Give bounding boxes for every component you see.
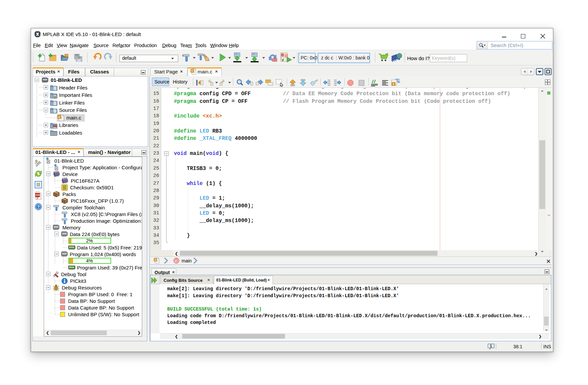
svg-text:C: C (393, 82, 395, 86)
svg-text:h: h (397, 80, 399, 82)
svg-text:3: 3 (282, 58, 284, 62)
svg-text:C: C (58, 115, 61, 119)
svg-text:1: 1 (490, 344, 492, 348)
svg-text:C: C (155, 258, 157, 261)
svg-text:?: ? (37, 204, 40, 209)
svg-text:F: F (176, 259, 178, 263)
svg-text:01: 01 (53, 133, 56, 136)
svg-text:C: C (191, 69, 193, 72)
